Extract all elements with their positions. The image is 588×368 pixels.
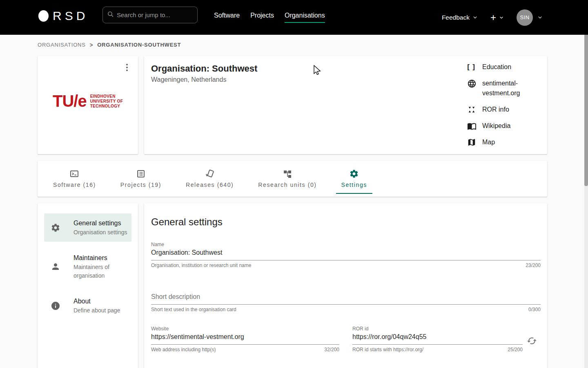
book-icon — [467, 121, 477, 131]
website-input[interactable] — [151, 332, 339, 345]
website-helper-text: Web address including http(s) — [151, 347, 216, 352]
globe-icon — [467, 79, 477, 88]
release-icon — [205, 169, 215, 179]
map-icon — [467, 137, 477, 147]
breadcrumb-current: ORGANISATION-SOUTHWEST — [97, 42, 181, 48]
name-field-label: Name — [151, 242, 541, 247]
tab-settings[interactable]: Settings — [336, 169, 372, 194]
website-char-counter: 32/200 — [324, 347, 339, 352]
rsd-logo[interactable]: RSD — [38, 9, 88, 23]
more-options-icon[interactable] — [125, 63, 129, 72]
section-heading: General settings — [151, 216, 223, 228]
tabs-bar: Software (16) Projects (19) Releases (64… — [38, 161, 547, 197]
link-map[interactable]: Map — [467, 137, 544, 147]
link-wikipedia[interactable]: Wikipedia — [467, 121, 544, 131]
name-field: Name Organisation, institution or resear… — [151, 242, 541, 268]
gear-icon — [349, 169, 359, 179]
ror-field-label: ROR id — [352, 326, 523, 332]
user-menu[interactable]: SIN — [517, 9, 543, 26]
gear-icon — [51, 223, 60, 233]
name-helper-text: Organisation, institution or research un… — [151, 263, 251, 268]
add-menu[interactable]: + — [490, 13, 504, 22]
scrollbar-thumb[interactable] — [584, 35, 588, 186]
link-education[interactable]: [ ] Education — [467, 62, 544, 72]
sync-icon — [527, 341, 537, 347]
plus-icon: + — [490, 13, 496, 22]
short-description-helper-text: Short text used in the organisation card — [151, 307, 236, 312]
short-description-char-counter: 0/300 — [528, 307, 541, 312]
main-nav: Software Projects Organisations — [214, 0, 325, 35]
brackets-icon: [ ] — [467, 62, 477, 72]
name-input[interactable] — [151, 247, 541, 260]
avatar[interactable]: SIN — [517, 9, 533, 26]
chevron-down-icon — [472, 14, 478, 20]
person-icon — [51, 262, 60, 272]
ror-char-counter: 25/200 — [508, 347, 523, 352]
link-website[interactable]: sentimental-vestment.org — [467, 79, 544, 98]
navbar: RSD Software Projects Organisations Feed… — [0, 0, 588, 35]
organisation-header-card: Organisation: Southwest Wageningen, Neth… — [144, 56, 547, 154]
scrollbar-track — [584, 35, 588, 368]
feedback-menu[interactable]: Feedback — [442, 14, 478, 21]
link-ror-info[interactable]: ROR info — [467, 105, 544, 114]
tab-software[interactable]: Software (16) — [48, 169, 101, 194]
tree-icon — [283, 169, 292, 179]
sidebar-item-maintainers[interactable]: Maintainers Maintainers of organisation — [44, 248, 131, 285]
nav-link-software[interactable]: Software — [214, 12, 240, 23]
tue-logo-mark: TU/e — [53, 92, 87, 110]
organisation-location: Wageningen, Netherlands — [151, 76, 226, 83]
tab-projects[interactable]: Projects (19) — [115, 169, 167, 194]
terminal-icon — [69, 169, 79, 179]
chevron-right-icon: > — [90, 41, 93, 48]
short-description-field: Short text used in the organisation card… — [151, 293, 541, 312]
sidebar-item-about[interactable]: About Define about page — [44, 292, 131, 320]
navbar-right: Feedback + SIN — [442, 0, 543, 35]
feedback-label: Feedback — [442, 14, 470, 21]
page-title: Organisation: Southwest — [151, 63, 257, 74]
short-description-input[interactable] — [151, 293, 541, 305]
name-char-counter: 23/200 — [526, 263, 541, 268]
organisation-logo-card: TU/e EINDHOVEN UNIVERSITY OF TECHNOLOGY — [38, 56, 138, 154]
chevron-down-icon — [499, 15, 504, 20]
sidebar-item-general-settings[interactable]: General settings Organisation settings — [44, 213, 131, 242]
general-settings-panel: General settings Name Organisation, inst… — [144, 203, 547, 368]
rsd-logo-dot-icon — [38, 10, 49, 22]
search-icon — [107, 11, 114, 19]
global-search[interactable] — [102, 7, 198, 23]
settings-sidebar: General settings Organisation settings M… — [38, 203, 138, 368]
organisation-logo: TU/e EINDHOVEN UNIVERSITY OF TECHNOLOGY — [38, 92, 138, 110]
ror-id-input[interactable] — [352, 332, 523, 345]
website-field-label: Website — [151, 326, 339, 332]
ror-helper-text: ROR id starts with https://ror.org/ — [352, 347, 423, 352]
nav-link-projects[interactable]: Projects — [250, 12, 274, 23]
ror-sync-button[interactable] — [526, 336, 537, 346]
tab-releases[interactable]: Releases (640) — [180, 169, 239, 194]
nav-link-organisations[interactable]: Organisations — [285, 12, 325, 23]
rsd-logo-text: RSD — [53, 9, 88, 23]
ror-id-field: ROR id ROR id starts with https://ror.or… — [352, 326, 523, 352]
list-icon — [136, 169, 146, 179]
tue-logo-text: EINDHOVEN UNIVERSITY OF TECHNOLOGY — [90, 94, 123, 109]
breadcrumb: ORGANISATIONS > ORGANISATION-SOUTHWEST — [38, 42, 181, 48]
search-input[interactable] — [117, 11, 186, 18]
ror-icon — [467, 105, 477, 114]
organisation-links: [ ] Education sentimental-vestment.org R… — [467, 62, 544, 147]
chevron-down-icon — [537, 14, 543, 20]
website-field: Website Web address including http(s) 32… — [151, 326, 339, 352]
info-icon — [51, 301, 60, 311]
tab-research-units[interactable]: Research units (0) — [253, 169, 322, 194]
page: RSD Software Projects Organisations Feed… — [0, 0, 588, 368]
breadcrumb-organisations[interactable]: ORGANISATIONS — [38, 42, 86, 48]
